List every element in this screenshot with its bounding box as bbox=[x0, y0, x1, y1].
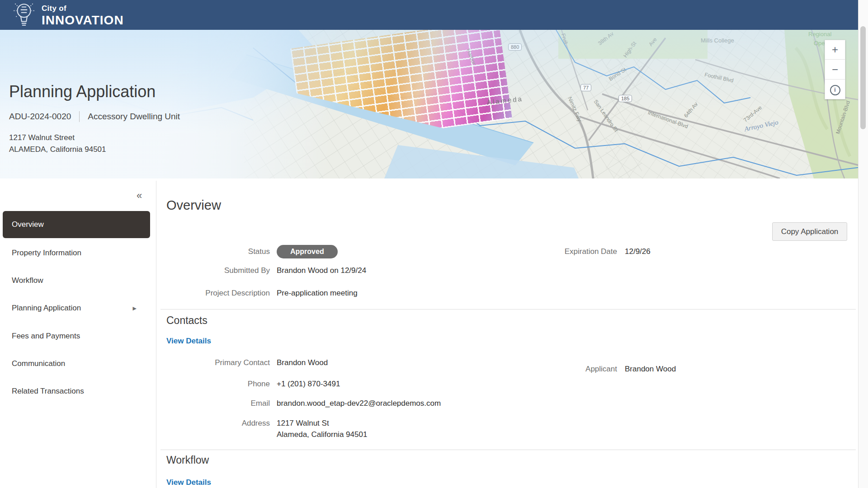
phone-label: Phone bbox=[163, 380, 270, 389]
sidebar-item-fees-and-payments[interactable]: Fees and Payments bbox=[3, 323, 150, 350]
sidebar-collapse-button[interactable]: « bbox=[130, 188, 148, 204]
lightbulb-logo-icon bbox=[10, 1, 38, 29]
overview-heading: Overview bbox=[166, 198, 221, 213]
contacts-view-details-link[interactable]: View Details bbox=[166, 337, 211, 346]
logo-city-of: City of bbox=[42, 4, 124, 13]
sidebar-item-label: Communication bbox=[12, 359, 65, 368]
sidebar-item-label: Fees and Payments bbox=[12, 332, 80, 340]
application-address-line1: 1217 Walnut Street bbox=[9, 133, 75, 142]
address-value-line1: 1217 Walnut St bbox=[277, 419, 329, 428]
email-label: Email bbox=[163, 399, 270, 408]
sidebar-item-label: Overview bbox=[12, 220, 44, 229]
applicant-value: Brandon Wood bbox=[625, 365, 676, 374]
project-description-label: Project Description bbox=[163, 289, 270, 298]
separator bbox=[79, 111, 80, 122]
status-badge: Approved bbox=[277, 245, 338, 258]
applicant-label: Applicant bbox=[510, 365, 617, 374]
section-divider bbox=[160, 450, 856, 450]
highway-shield: 185 bbox=[618, 95, 632, 102]
copy-application-button[interactable]: Copy Application bbox=[772, 222, 847, 241]
application-id: ADU-2024-0020 bbox=[9, 112, 71, 122]
map-label: Regional bbox=[808, 31, 831, 38]
address-label: Address bbox=[163, 419, 270, 428]
sidebar-item-communication[interactable]: Communication bbox=[3, 350, 150, 377]
highway-shield: 880 bbox=[508, 43, 522, 51]
sidebar-item-workflow[interactable]: Workflow bbox=[3, 267, 150, 294]
map-zoom-in-button[interactable]: + bbox=[825, 40, 845, 60]
submitted-by-value: Brandon Wood on 12/9/24 bbox=[277, 266, 366, 275]
email-value: brandon.wood_etap-dev22@oraclepdemos.com bbox=[277, 399, 441, 408]
sidebar-item-property-information[interactable]: Property Information bbox=[3, 239, 150, 267]
page-title: Planning Application bbox=[9, 82, 156, 101]
workflow-heading: Workflow bbox=[166, 454, 209, 466]
logo-innovation: INNOVATION bbox=[42, 13, 124, 28]
project-description-value: Pre-application meeting bbox=[277, 289, 358, 298]
expiration-date-label: Expiration Date bbox=[510, 247, 617, 256]
section-divider bbox=[160, 309, 856, 310]
scrollbar-thumb[interactable] bbox=[860, 26, 866, 129]
sidebar-item-label: Property Information bbox=[12, 249, 81, 257]
info-icon: i bbox=[830, 85, 840, 95]
scrollbar[interactable] bbox=[858, 0, 868, 488]
primary-contact-label: Primary Contact bbox=[163, 358, 270, 367]
sidebar-item-label: Planning Application bbox=[12, 304, 81, 312]
workflow-view-details-link[interactable]: View Details bbox=[166, 478, 211, 487]
sidebar-item-label: Related Transactions bbox=[12, 387, 84, 395]
city-logo: City of INNOVATION bbox=[10, 1, 124, 29]
submitted-by-label: Submitted By bbox=[163, 266, 270, 275]
status-label: Status bbox=[163, 247, 270, 256]
highway-shield: 77 bbox=[580, 84, 591, 91]
expiration-date-value: 12/9/26 bbox=[625, 247, 651, 256]
map-banner[interactable]: Bay Fry Mills College Regional Open Frui… bbox=[0, 30, 868, 178]
map-label: Mills College bbox=[701, 37, 734, 44]
content-area: « Overview Property Information Workflow… bbox=[0, 178, 868, 488]
primary-contact-value: Brandon Wood bbox=[277, 358, 328, 367]
address-value-line2: Alameda, California 94501 bbox=[277, 430, 367, 439]
sidebar-item-overview[interactable]: Overview bbox=[3, 211, 150, 238]
application-id-row: ADU-2024-0020 Accessory Dwelling Unit bbox=[9, 111, 180, 122]
application-address-line2: ALAMEDA, California 94501 bbox=[9, 145, 106, 154]
app-header: City of INNOVATION bbox=[0, 0, 868, 30]
map-controls: + − i bbox=[825, 40, 845, 99]
map-zoom-out-button[interactable]: − bbox=[825, 60, 845, 80]
contacts-heading: Contacts bbox=[166, 314, 208, 327]
sidebar-item-label: Workflow bbox=[12, 276, 43, 285]
sidebar-divider bbox=[156, 181, 156, 488]
phone-value: +1 (201) 870-3491 bbox=[277, 380, 340, 389]
map-info-button[interactable]: i bbox=[825, 80, 845, 99]
application-type: Accessory Dwelling Unit bbox=[88, 112, 180, 122]
sidebar-item-planning-application[interactable]: Planning Application▶ bbox=[3, 295, 150, 322]
submenu-arrow-icon: ▶ bbox=[133, 295, 137, 322]
sidebar-item-related-transactions[interactable]: Related Transactions bbox=[3, 378, 150, 405]
